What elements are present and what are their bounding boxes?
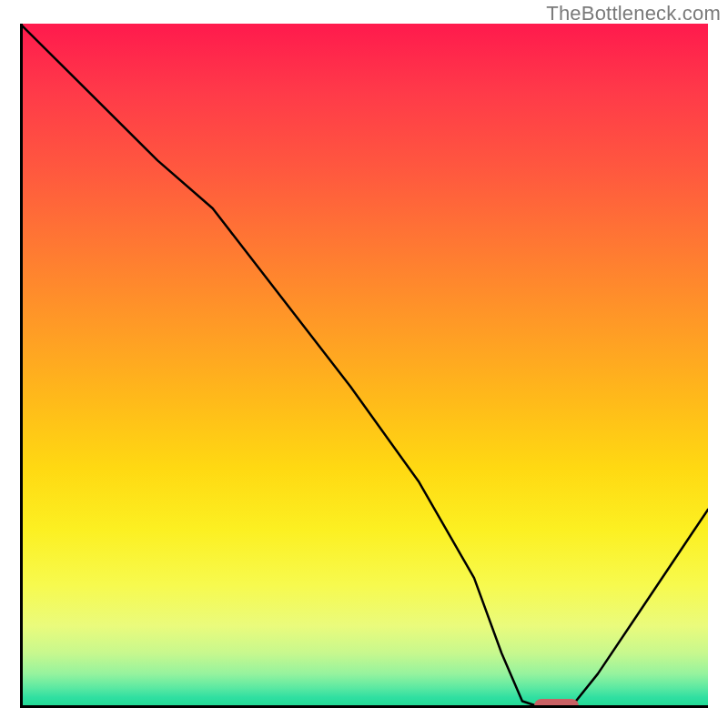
- plot-area: [20, 24, 708, 708]
- chart-frame: TheBottleneck.com: [0, 0, 728, 728]
- sweet-spot-marker: [534, 699, 579, 708]
- bottleneck-curve: [20, 24, 708, 708]
- watermark-text: TheBottleneck.com: [546, 2, 721, 25]
